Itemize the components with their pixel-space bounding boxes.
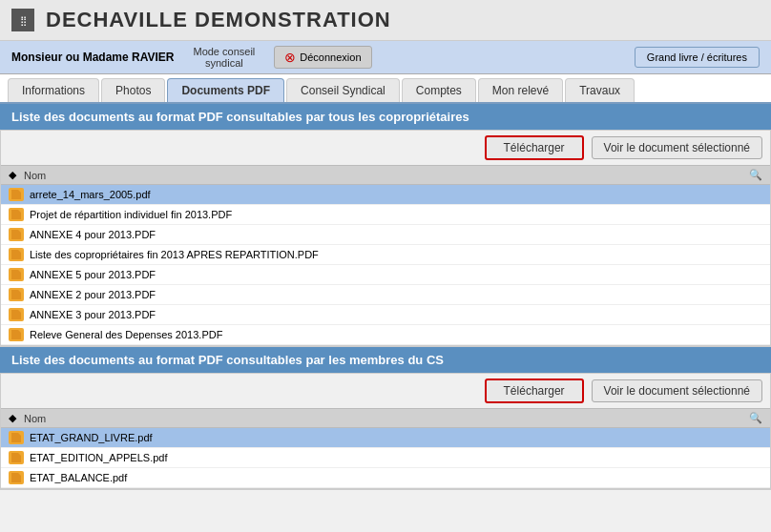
- section1-header: Liste des documents au format PDF consul…: [0, 104, 771, 130]
- list-item[interactable]: Releve General des Depenses 2013.PDF: [1, 325, 770, 345]
- deconnexion-icon: ⊗: [284, 50, 296, 65]
- section2-voir-doc-button[interactable]: Voir le document sélectionné: [592, 379, 762, 402]
- list-item[interactable]: Liste des copropriétaires fin 2013 APRES…: [1, 245, 770, 265]
- section2-header: Liste des documents au format PDF consul…: [0, 347, 771, 373]
- section2-col-nom: Nom: [24, 413, 749, 424]
- file-name: arrete_14_mars_2005.pdf: [30, 189, 762, 200]
- section1-file-list: arrete_14_mars_2005.pdf Projet de répart…: [1, 185, 770, 346]
- list-item[interactable]: Projet de répartition individuel fin 201…: [1, 205, 770, 225]
- file-icon: [9, 248, 24, 261]
- app-title: DECHAVILLE DEMONSTRATION: [46, 8, 391, 32]
- section2-expand-icon[interactable]: ◆: [9, 412, 16, 424]
- app-header: ⣿ DECHAVILLE DEMONSTRATION: [0, 0, 771, 41]
- tab-documents-pdf[interactable]: Documents PDF: [167, 78, 284, 102]
- list-item[interactable]: ETAT_BALANCE.pdf: [1, 468, 770, 488]
- file-icon: [9, 471, 24, 484]
- app-icon: ⣿: [11, 9, 34, 31]
- file-name: ANNEXE 5 pour 2013.PDF: [30, 269, 762, 280]
- list-item[interactable]: ANNEXE 2 pour 2013.PDF: [1, 285, 770, 305]
- list-item[interactable]: ANNEXE 4 pour 2013.PDF: [1, 225, 770, 245]
- list-item[interactable]: arrete_14_mars_2005.pdf: [1, 185, 770, 205]
- user-name: Monsieur ou Madame RAVIER: [11, 51, 174, 64]
- tab-photos[interactable]: Photos: [101, 78, 165, 102]
- file-name: Releve General des Depenses 2013.PDF: [30, 329, 762, 340]
- file-name: ETAT_GRAND_LIVRE.pdf: [30, 432, 762, 443]
- tab-travaux[interactable]: Travaux: [565, 78, 635, 102]
- section1-col-nom: Nom: [24, 170, 749, 181]
- list-item[interactable]: ETAT_EDITION_APPELS.pdf: [1, 448, 770, 468]
- section2-telecharger-button[interactable]: Télécharger: [485, 379, 584, 403]
- section1-list-header: ◆ Nom 🔍: [1, 165, 770, 185]
- tab-informations[interactable]: Informations: [8, 78, 99, 102]
- user-info: Monsieur ou Madame RAVIER Mode conseilsy…: [11, 46, 372, 69]
- tab-comptes[interactable]: Comptes: [402, 78, 476, 102]
- file-icon: [9, 288, 24, 301]
- file-icon: [9, 268, 24, 281]
- deconnexion-button[interactable]: ⊗ Déconnexion: [274, 46, 371, 69]
- section1-search-icon[interactable]: 🔍: [749, 169, 762, 181]
- file-icon: [9, 328, 24, 341]
- grand-livre-button[interactable]: Grand livre / écritures: [635, 47, 760, 68]
- section1-container: Télécharger Voir le document sélectionné…: [0, 130, 771, 347]
- file-name: ETAT_EDITION_APPELS.pdf: [30, 452, 762, 463]
- list-item[interactable]: ANNEXE 3 pour 2013.PDF: [1, 305, 770, 325]
- section1-toolbar: Télécharger Voir le document sélectionné: [1, 131, 770, 165]
- tab-mon-releve[interactable]: Mon relevé: [478, 78, 563, 102]
- tab-conseil-syndical[interactable]: Conseil Syndical: [286, 78, 400, 102]
- section1-voir-doc-button[interactable]: Voir le document sélectionné: [592, 136, 762, 159]
- section1-expand-icon[interactable]: ◆: [9, 169, 16, 181]
- section2-search-icon[interactable]: 🔍: [749, 412, 762, 424]
- user-bar: Monsieur ou Madame RAVIER Mode conseilsy…: [0, 41, 771, 74]
- section2-toolbar: Télécharger Voir le document sélectionné: [1, 374, 770, 408]
- file-name: ANNEXE 4 pour 2013.PDF: [30, 229, 762, 240]
- file-icon: [9, 208, 24, 221]
- file-name: Projet de répartition individuel fin 201…: [30, 209, 762, 220]
- mode-label: Mode conseilsyndical: [193, 46, 255, 69]
- section2-list-header: ◆ Nom 🔍: [1, 408, 770, 428]
- section2-container: Télécharger Voir le document sélectionné…: [0, 373, 771, 490]
- nav-tabs: Informations Photos Documents PDF Consei…: [0, 74, 771, 104]
- list-item[interactable]: ANNEXE 5 pour 2013.PDF: [1, 265, 770, 285]
- file-icon: [9, 228, 24, 241]
- file-name: ANNEXE 3 pour 2013.PDF: [30, 309, 762, 320]
- section1-telecharger-button[interactable]: Télécharger: [485, 135, 584, 160]
- file-name: Liste des copropriétaires fin 2013 APRES…: [30, 249, 762, 260]
- section2-file-list: ETAT_GRAND_LIVRE.pdf ETAT_EDITION_APPELS…: [1, 428, 770, 489]
- file-name: ETAT_BALANCE.pdf: [30, 472, 762, 483]
- file-icon: [9, 431, 24, 444]
- list-item[interactable]: ETAT_GRAND_LIVRE.pdf: [1, 428, 770, 448]
- file-icon: [9, 308, 24, 321]
- file-icon: [9, 451, 24, 464]
- file-icon: [9, 188, 24, 201]
- file-name: ANNEXE 2 pour 2013.PDF: [30, 289, 762, 300]
